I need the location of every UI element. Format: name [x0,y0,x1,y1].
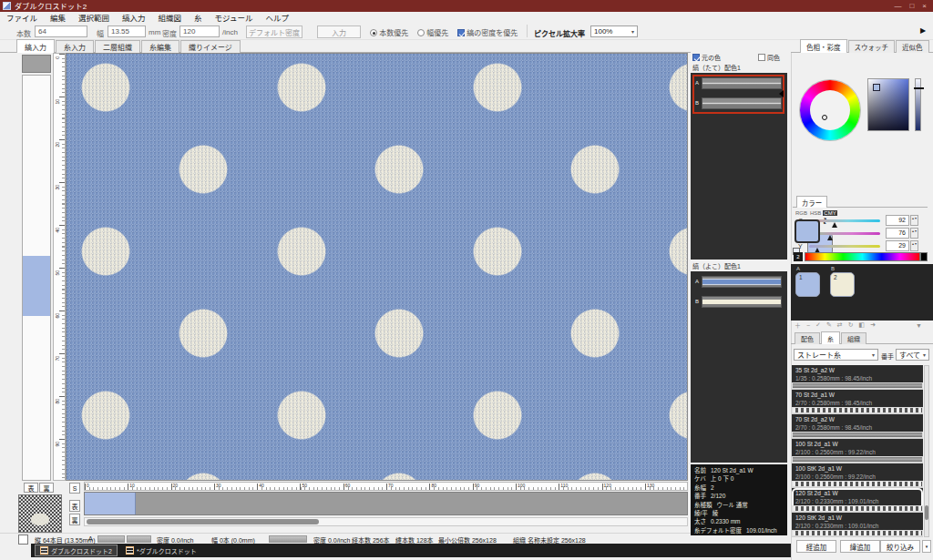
pixel-zoom-select[interactable]: 100%▾ [590,25,638,37]
add-icon[interactable]: ＋ [795,321,801,330]
taskbar-item[interactable]: *ダブルクロスドット [121,545,201,556]
brightness-slider[interactable] [915,78,921,131]
slider-handle[interactable] [832,222,837,228]
add-warp-button[interactable]: 経追加 [796,540,836,553]
density-input[interactable]: 120 [179,25,220,37]
thread-item[interactable]: 100 StK 2d_a1 W2/100 : 0.2560mm : 99.22/… [792,463,923,487]
slider-handle[interactable] [827,235,833,240]
tab-二層組織[interactable]: 二層組織 [95,40,140,53]
apply-icon[interactable]: ➜ [870,321,876,329]
horizontal-scrollbar[interactable] [84,517,688,526]
slider-spinner[interactable]: ▴ ▾ [910,215,918,226]
warp-stripe-segment[interactable] [23,256,50,316]
thread-item[interactable]: 35 St 2d_a2 W1/35 : 0.2580mm : 98.45/inc… [792,365,923,389]
remove-icon[interactable]: − [806,322,810,329]
default-density-button[interactable]: デフォルト密度 [246,25,302,38]
check-stripe-density[interactable]: 縞の密度を優先 [457,27,518,37]
palette-swatch-1[interactable]: 1 [795,272,820,297]
primary-color-swatch[interactable] [795,219,820,243]
color-wheel-marker[interactable] [822,115,827,120]
thread-item[interactable]: 70 St 2d_a1 W2/70 : 0.2580mm : 98.45/inc… [792,390,923,413]
thread-tab-組織[interactable]: 組織 [841,332,866,344]
tab-色相・彩度[interactable]: 色相・彩度 [800,39,847,53]
weave-pattern-thumbnail[interactable] [18,494,62,533]
tab-糸入力[interactable]: 糸入力 [56,40,94,53]
thread-item[interactable]: 120 StK 2d_a1 W2/120 : 0.2330mm : 109.01… [792,513,923,536]
add-weft-button[interactable]: 緯追加 [840,540,880,553]
menu-item-モジュール[interactable]: モジュール [209,12,260,23]
close-icon[interactable]: × [922,0,927,12]
slider-track-Y[interactable] [809,245,880,248]
slider-value-C[interactable]: 92 [886,215,909,226]
thread-item[interactable]: 70 St 2d_a2 W2/70 : 0.2580mm : 98.45/inc… [792,414,923,438]
taskbar-item[interactable]: ダブルクロスドット2 [35,545,118,556]
mode-CMY[interactable]: CMY [823,210,836,216]
mode-RGB[interactable]: RGB [795,210,808,216]
color-section-tab[interactable]: カラー [796,196,827,208]
back-side-button[interactable]: 裏 [69,514,80,525]
weft-row-b-bar[interactable] [702,296,782,308]
thread-item[interactable]: 120 St 2d_a1 W2/120 : 0.2330mm : 109.01/… [792,488,923,512]
tab-織りイメージ[interactable]: 織りイメージ [180,40,241,53]
menu-item-糸[interactable]: 糸 [188,12,209,23]
back-view-button[interactable]: 裏 [39,483,54,493]
radio-count-priority[interactable]: 本数優先 [370,27,408,37]
minimize-icon[interactable]: — [894,0,901,12]
thread-item[interactable]: 100 St 2d_a1 W2/100 : 0.2560mm : 99.22/i… [792,439,923,463]
warp-stripe-bar[interactable] [22,75,51,481]
menu-item-ファイル[interactable]: ファイル [0,12,44,23]
slider-spinner[interactable]: ▴ ▾ [910,228,918,239]
width-input[interactable]: 13.55 [108,25,146,37]
weft-stripe-bar[interactable] [84,492,688,515]
color-wheel[interactable] [800,80,860,140]
count-filter-select[interactable]: すべて▾ [896,349,929,361]
s-button[interactable]: S [69,483,80,494]
warp-row-b-bar[interactable] [702,97,782,109]
tab-糸編集[interactable]: 糸編集 [141,40,179,53]
mode-HSB[interactable]: HSB [809,210,822,216]
front-view-button[interactable]: 表 [24,483,38,493]
menu-item-ヘルプ[interactable]: ヘルプ [260,12,296,23]
slider-spinner[interactable]: ▴ ▾ [910,240,918,251]
slider-value-Y[interactable]: 29 [886,240,909,251]
split-icon[interactable]: ◧ [859,321,866,329]
input-button[interactable]: 入力 [317,25,361,38]
menu-item-選択範囲[interactable]: 選択範囲 [72,12,116,23]
weft-stripe-segment[interactable] [85,493,136,514]
original-color-checkbox[interactable]: 元の色 [692,53,721,62]
filter-button[interactable]: 絞り込み [880,540,920,553]
swap-icon[interactable]: ⇄ [837,321,843,329]
thread-tab-糸[interactable]: 糸 [821,331,840,344]
menu-item-編集[interactable]: 編集 [44,12,72,23]
fabric-canvas[interactable] [66,53,688,481]
front-side-button[interactable]: 表 [69,500,80,512]
saturation-brightness-square[interactable] [867,78,909,131]
same-color-checkbox[interactable]: 同色 [758,53,780,62]
tab-近似色[interactable]: 近似色 [896,40,929,53]
brightness-slider-handle[interactable] [914,87,924,89]
tab-縞入力[interactable]: 縞入力 [16,39,55,53]
menu-item-縞入力[interactable]: 縞入力 [116,12,152,23]
thread-list-scrollbar[interactable] [924,365,929,537]
color-square-marker[interactable] [873,84,880,91]
palette-swatch-2[interactable]: 2 [830,272,855,297]
count-input[interactable]: 64 [35,25,87,37]
refresh-icon[interactable]: ↻ [848,321,854,329]
thread-type-select[interactable]: ストレート糸▾ [794,349,878,361]
thread-tab-配色[interactable]: 配色 [795,332,820,344]
filter-menu-caret[interactable]: ▾ [922,540,931,553]
menu-down-icon[interactable]: ▼ [916,322,922,329]
maximize-icon[interactable]: □ [909,0,914,12]
toolbar-overflow-arrow-icon[interactable]: ▶ [920,26,926,35]
warp-row-a-bar[interactable] [702,77,782,89]
bottom-left-checkbox[interactable] [18,535,28,545]
menu-item-組織図[interactable]: 組織図 [152,12,189,23]
radio-width-priority[interactable]: 幅優先 [417,27,448,37]
edit-icon[interactable]: ✎ [826,321,832,329]
check-icon[interactable]: ✓ [815,321,821,329]
weft-row-a-bar[interactable] [702,276,782,288]
scrollbar-handle[interactable] [87,519,319,524]
tab-スウォッチ[interactable]: スウォッチ [848,40,896,53]
gradient-steps-box[interactable]: 2 [794,252,803,261]
slider-value-M[interactable]: 76 [886,228,909,239]
